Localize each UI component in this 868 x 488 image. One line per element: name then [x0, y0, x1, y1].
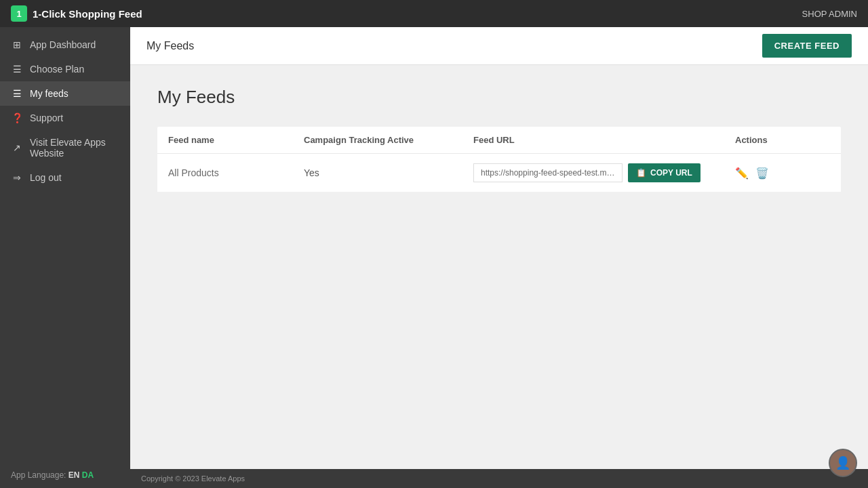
app-title: 1-Click Shopping Feed	[33, 8, 142, 20]
bottom-bar: Copyright © 2023 Elevate Apps	[130, 469, 868, 488]
plan-icon: ☰	[11, 64, 23, 75]
feed-name-cell: All Products	[168, 167, 304, 178]
logout-icon: ⇒	[11, 172, 23, 183]
col-header-feed-name: Feed name	[168, 135, 304, 145]
campaign-tracking-cell: Yes	[304, 167, 473, 178]
feed-url-input[interactable]	[473, 163, 623, 182]
app-logo: 1 1-Click Shopping Feed	[11, 5, 802, 22]
sidebar-label-app-dashboard: App Dashboard	[30, 39, 96, 50]
language-label: App Language:	[11, 470, 68, 480]
copy-url-label: COPY URL	[650, 168, 692, 178]
sidebar-label-log-out: Log out	[30, 172, 62, 183]
page-header: My Feeds CREATE FEED	[130, 27, 868, 65]
dashboard-icon: ⊞	[11, 39, 23, 50]
sidebar-label-choose-plan: Choose Plan	[30, 64, 84, 75]
sidebar-item-log-out[interactable]: ⇒ Log out	[0, 165, 130, 190]
avatar[interactable]: 👤	[829, 449, 857, 477]
sidebar: ⊞ App Dashboard ☰ Choose Plan ☰ My feeds…	[0, 27, 130, 488]
feeds-icon: ☰	[11, 88, 23, 99]
feed-url-wrapper: 📋 COPY URL	[473, 163, 735, 182]
lang-en[interactable]: EN	[68, 470, 80, 480]
delete-icon[interactable]: 🗑️	[755, 167, 769, 180]
table-header: Feed name Campaign Tracking Active Feed …	[157, 127, 841, 154]
actions-cell: ✏️ 🗑️	[735, 167, 830, 180]
avatar-wrapper: 👤	[829, 449, 857, 477]
sidebar-item-choose-plan[interactable]: ☰ Choose Plan	[0, 57, 130, 81]
col-header-feed-url: Feed URL	[473, 135, 735, 145]
shop-admin-link[interactable]: SHOP ADMIN	[802, 9, 857, 19]
copyright-text: Copyright © 2023 Elevate Apps	[141, 474, 245, 483]
lang-da[interactable]: DA	[82, 470, 94, 480]
sidebar-item-my-feeds[interactable]: ☰ My feeds	[0, 81, 130, 106]
sidebar-item-support[interactable]: ❓ Support	[0, 106, 130, 130]
col-header-campaign: Campaign Tracking Active	[304, 135, 473, 145]
feed-url-cell: 📋 COPY URL	[473, 163, 735, 182]
create-feed-button[interactable]: CREATE FEED	[762, 34, 852, 58]
sidebar-item-visit-elevate[interactable]: ↗ Visit Elevate Apps Website	[0, 130, 130, 165]
page-title: My Feeds	[146, 40, 194, 52]
copy-url-button[interactable]: 📋 COPY URL	[628, 163, 701, 182]
sidebar-label-my-feeds: My feeds	[30, 88, 68, 99]
sidebar-nav: ⊞ App Dashboard ☰ Choose Plan ☰ My feeds…	[0, 27, 130, 462]
top-bar: 1 1-Click Shopping Feed SHOP ADMIN	[0, 0, 868, 27]
main-layout: ⊞ App Dashboard ☰ Choose Plan ☰ My feeds…	[0, 27, 868, 488]
sidebar-item-app-dashboard[interactable]: ⊞ App Dashboard	[0, 33, 130, 57]
sidebar-label-support: Support	[30, 113, 63, 123]
logo-icon: 1	[11, 5, 27, 22]
avatar-image: 👤	[835, 455, 850, 470]
copy-icon: 📋	[636, 168, 646, 178]
sidebar-label-visit-elevate: Visit Elevate Apps Website	[30, 137, 119, 159]
support-icon: ❓	[11, 113, 23, 123]
section-heading: My Feeds	[157, 87, 841, 108]
external-link-icon: ↗	[11, 142, 23, 153]
edit-icon[interactable]: ✏️	[735, 167, 749, 180]
col-header-actions: Actions	[735, 135, 830, 145]
content-area: My Feeds CREATE FEED My Feeds Feed name …	[130, 27, 868, 488]
table-row: All Products Yes 📋 COPY URL ✏️	[157, 154, 841, 192]
sidebar-footer: App Language: EN DA	[0, 462, 130, 488]
feeds-table: Feed name Campaign Tracking Active Feed …	[157, 127, 841, 192]
page-body: My Feeds Feed name Campaign Tracking Act…	[130, 65, 868, 469]
